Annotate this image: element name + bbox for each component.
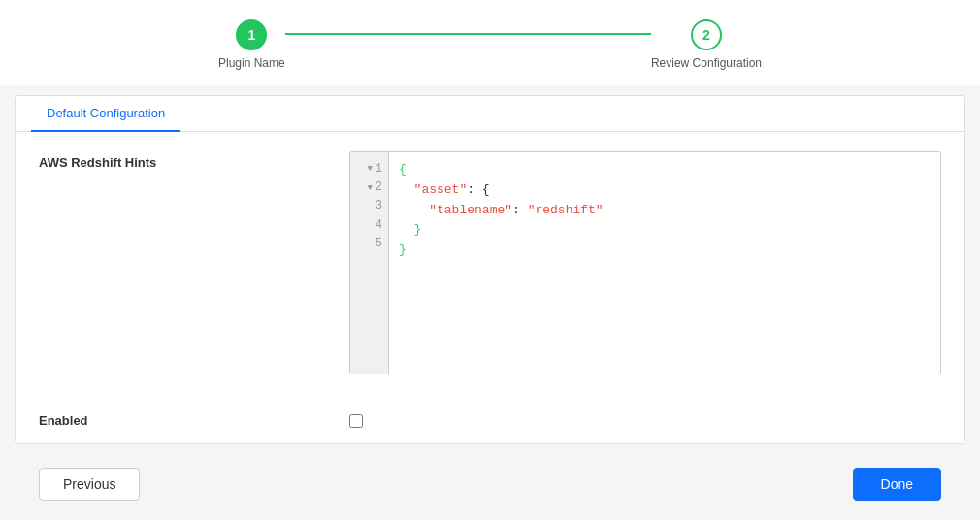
- step-1-label: Plugin Name: [218, 56, 285, 70]
- code-content[interactable]: { "asset": { "tablename": "redshift" } }: [389, 152, 940, 374]
- step-2-circle: 2: [691, 19, 722, 50]
- tab-default-configuration[interactable]: Default Configuration: [31, 96, 180, 132]
- code-editor[interactable]: ▼1 ▼2 3 4 5 { "asset": { "tablename": "r…: [349, 151, 941, 374]
- step-2: 2 Review Configuration: [651, 19, 762, 70]
- done-button[interactable]: Done: [853, 468, 941, 501]
- step-1: 1 Plugin Name: [218, 19, 285, 70]
- line-numbers: ▼1 ▼2 3 4 5: [350, 152, 389, 374]
- step-1-circle: 1: [236, 19, 267, 50]
- step-connector: [285, 33, 651, 35]
- footer: Previous Done: [0, 452, 980, 516]
- aws-hints-label: AWS Redshift Hints: [39, 151, 349, 170]
- main-card: Default Configuration AWS Redshift Hints…: [15, 95, 965, 444]
- step-2-label: Review Configuration: [651, 56, 762, 70]
- aws-hints-row: AWS Redshift Hints ▼1 ▼2 3 4 5 { "asset"…: [39, 151, 941, 374]
- enabled-row: Enabled: [16, 413, 964, 428]
- enabled-checkbox[interactable]: [349, 414, 363, 428]
- stepper: 1 Plugin Name 2 Review Configuration: [0, 0, 980, 85]
- enabled-label: Enabled: [39, 413, 349, 428]
- form-section: AWS Redshift Hints ▼1 ▼2 3 4 5 { "asset"…: [16, 132, 964, 413]
- tab-bar: Default Configuration: [16, 96, 964, 132]
- previous-button[interactable]: Previous: [39, 468, 140, 501]
